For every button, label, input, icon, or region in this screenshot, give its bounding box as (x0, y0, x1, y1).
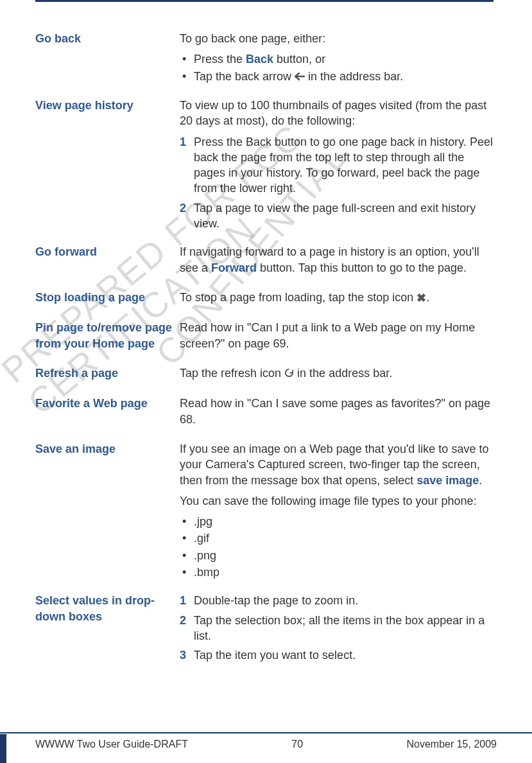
label-go-forward: Go forward (35, 244, 180, 259)
desc-go-forward: If navigating forward to a page in histo… (180, 244, 493, 281)
filetype-jpg: .jpg (194, 514, 493, 529)
footer-date: November 15, 2009 (406, 739, 497, 750)
favorite-text: Read how in "Can I save some pages as fa… (180, 396, 493, 427)
go-back-bullet-2: Tap the back arrow in the address bar. (194, 69, 493, 85)
go-back-bullet-1: Press the Back button, or (194, 51, 493, 67)
text: . (426, 291, 429, 304)
label-favorite: Favorite a Web page (35, 396, 180, 411)
dropdown-step-2: Tap the selection box; all the items in … (194, 613, 493, 644)
section-refresh: Refresh a page Tap the refresh icon in t… (35, 365, 493, 387)
history-intro: To view up to 100 thumbnails of pages vi… (180, 98, 493, 129)
keyword-back: Back (246, 53, 273, 66)
text: Tap the refresh icon (180, 367, 284, 380)
keyword-save-image: save image (416, 474, 479, 487)
label-view-history: View page history (35, 98, 180, 113)
section-stop-loading: Stop loading a page To stop a page from … (35, 290, 493, 311)
back-arrow-icon (295, 69, 305, 85)
filetype-bmp: .bmp (194, 565, 493, 580)
label-pin-page: Pin page to/remove page from your Home p… (35, 320, 180, 351)
top-rule (35, 0, 493, 2)
stop-text: To stop a page from loading, tap the sto… (180, 290, 493, 306)
section-pin-page: Pin page to/remove page from your Home p… (35, 320, 493, 356)
footer-page-number: 70 (291, 739, 303, 750)
section-save-image: Save an image If you see an image on a W… (35, 441, 493, 584)
section-dropdown: Select values in drop-down boxes Double-… (35, 593, 493, 667)
footer-doc-title: WWWW Two User Guide-DRAFT (35, 739, 188, 750)
label-save-image: Save an image (35, 441, 180, 457)
saveimg-p2: You can save the following image file ty… (180, 493, 493, 509)
text: button. Tap this button to go to the pag… (257, 261, 467, 274)
go-back-intro: To go back one page, either: (180, 31, 493, 46)
text: button, or (273, 53, 325, 66)
section-favorite: Favorite a Web page Read how in "Can I s… (35, 396, 493, 432)
desc-stop-loading: To stop a page from loading, tap the sto… (180, 290, 493, 311)
history-step-1: Press the Back button to go one page bac… (194, 134, 493, 197)
desc-view-history: To view up to 100 thumbnails of pages vi… (180, 98, 493, 235)
desc-dropdown: Double-tap the page to zoom in. Tap the … (180, 593, 493, 667)
footer: WWWW Two User Guide-DRAFT 70 November 15… (0, 732, 532, 750)
text: . (479, 474, 482, 487)
desc-go-back: To go back one page, either: Press the B… (180, 31, 493, 89)
dropdown-step-3: Tap the item you want to select. (194, 647, 493, 663)
section-go-forward: Go forward If navigating forward to a pa… (35, 244, 493, 281)
content-body: Go back To go back one page, either: Pre… (35, 31, 493, 667)
history-step-2: Tap a page to view the page full-screen … (194, 200, 493, 232)
desc-pin-page: Read how in "Can I put a link to a Web p… (180, 320, 493, 356)
pin-text: Read how in "Can I put a link to a Web p… (180, 320, 493, 351)
refresh-text: Tap the refresh icon in the address bar. (180, 365, 493, 382)
refresh-icon (284, 366, 294, 382)
label-dropdown: Select values in drop-down boxes (35, 593, 180, 624)
desc-favorite: Read how in "Can I save some pages as fa… (180, 396, 493, 432)
label-go-back: Go back (35, 31, 180, 46)
saveimg-p1: If you see an image on a Web page that y… (180, 441, 493, 488)
text: To stop a page from loading, tap the sto… (180, 291, 416, 304)
desc-refresh: Tap the refresh icon in the address bar. (180, 365, 493, 387)
dropdown-step-1: Double-tap the page to zoom in. (194, 593, 493, 608)
forward-text: If navigating forward to a page in histo… (180, 244, 493, 276)
filetype-gif: .gif (194, 531, 493, 546)
filetype-png: .png (194, 548, 493, 563)
text: in the address bar. (294, 367, 392, 380)
section-go-back: Go back To go back one page, either: Pre… (35, 31, 493, 89)
stop-icon: ✖ (416, 290, 426, 306)
label-refresh: Refresh a page (35, 365, 180, 381)
text: in the address bar. (305, 70, 403, 83)
keyword-forward: Forward (211, 261, 257, 274)
text: Tap the back arrow (194, 70, 295, 83)
section-view-history: View page history To view up to 100 thum… (35, 98, 493, 235)
text: Press the (194, 53, 246, 66)
desc-save-image: If you see an image on a Web page that y… (180, 441, 493, 584)
label-stop-loading: Stop loading a page (35, 290, 180, 305)
